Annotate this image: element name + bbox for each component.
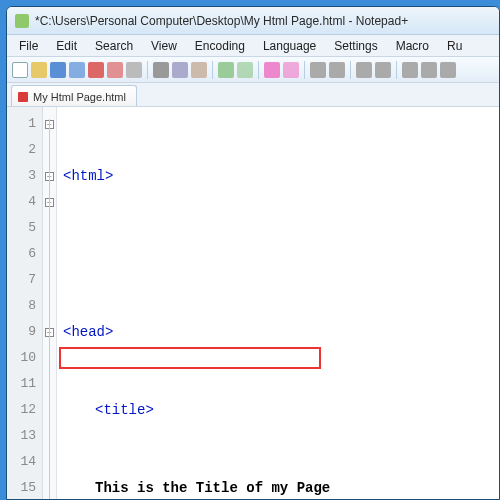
paste-icon[interactable]	[191, 62, 207, 78]
toolbar-separator	[147, 61, 148, 79]
titlebar: *C:\Users\Personal Computer\Desktop\My H…	[7, 7, 499, 35]
line-number: 2	[7, 137, 36, 163]
find-icon[interactable]	[264, 62, 280, 78]
replace-icon[interactable]	[283, 62, 299, 78]
close-all-icon[interactable]	[107, 62, 123, 78]
indent-guide-icon[interactable]	[440, 62, 456, 78]
copy-icon[interactable]	[172, 62, 188, 78]
line-number-gutter: 1 2 3 4 5 6 7 8 9 10 11 12 13 14 15	[7, 107, 43, 500]
zoom-out-icon[interactable]	[329, 62, 345, 78]
redo-icon[interactable]	[237, 62, 253, 78]
menu-encoding[interactable]: Encoding	[187, 37, 253, 55]
editor: 1 2 3 4 5 6 7 8 9 10 11 12 13 14 15 − − …	[7, 107, 499, 500]
line-number: 14	[7, 449, 36, 475]
window-title: *C:\Users\Personal Computer\Desktop\My H…	[35, 14, 408, 28]
line-number: 4	[7, 189, 36, 215]
open-icon[interactable]	[31, 62, 47, 78]
save-all-icon[interactable]	[69, 62, 85, 78]
toolbar-separator	[350, 61, 351, 79]
code-token: <head>	[63, 324, 113, 340]
app-window: *C:\Users\Personal Computer\Desktop\My H…	[6, 6, 500, 500]
menu-run[interactable]: Ru	[439, 37, 470, 55]
tab-file[interactable]: My Html Page.html	[11, 85, 137, 106]
code-token: <title>	[95, 402, 154, 418]
highlight-annotation	[59, 347, 321, 369]
zoom-in-icon[interactable]	[310, 62, 326, 78]
menu-language[interactable]: Language	[255, 37, 324, 55]
toolbar	[7, 57, 499, 83]
line-number: 13	[7, 423, 36, 449]
code-area[interactable]: <html> <head> <title> This is the Title …	[57, 107, 499, 500]
wordwrap-icon[interactable]	[402, 62, 418, 78]
menu-macro[interactable]: Macro	[388, 37, 437, 55]
toolbar-separator	[212, 61, 213, 79]
unsaved-indicator-icon	[18, 92, 28, 102]
toolbar-separator	[396, 61, 397, 79]
line-number: 8	[7, 293, 36, 319]
fold-column: − − − −	[43, 107, 57, 500]
cut-icon[interactable]	[153, 62, 169, 78]
line-number: 3	[7, 163, 36, 189]
line-number: 11	[7, 371, 36, 397]
code-token: <html>	[63, 168, 113, 184]
tab-label: My Html Page.html	[33, 91, 126, 103]
menu-settings[interactable]: Settings	[326, 37, 385, 55]
close-icon[interactable]	[88, 62, 104, 78]
menu-file[interactable]: File	[11, 37, 46, 55]
menu-edit[interactable]: Edit	[48, 37, 85, 55]
code-text: This is the Title of my Page	[95, 480, 330, 496]
tabstrip: My Html Page.html	[7, 83, 499, 107]
line-number: 6	[7, 241, 36, 267]
line-number: 12	[7, 397, 36, 423]
line-number: 5	[7, 215, 36, 241]
save-icon[interactable]	[50, 62, 66, 78]
line-number: 7	[7, 267, 36, 293]
show-all-icon[interactable]	[421, 62, 437, 78]
undo-icon[interactable]	[218, 62, 234, 78]
toolbar-separator	[258, 61, 259, 79]
toolbar-separator	[304, 61, 305, 79]
menu-search[interactable]: Search	[87, 37, 141, 55]
sync-v-icon[interactable]	[356, 62, 372, 78]
menu-view[interactable]: View	[143, 37, 185, 55]
new-icon[interactable]	[12, 62, 28, 78]
line-number: 9	[7, 319, 36, 345]
line-number: 1	[7, 111, 36, 137]
menubar: File Edit Search View Encoding Language …	[7, 35, 499, 57]
app-icon	[15, 14, 29, 28]
line-number: 15	[7, 475, 36, 500]
sync-h-icon[interactable]	[375, 62, 391, 78]
line-number: 10	[7, 345, 36, 371]
print-icon[interactable]	[126, 62, 142, 78]
